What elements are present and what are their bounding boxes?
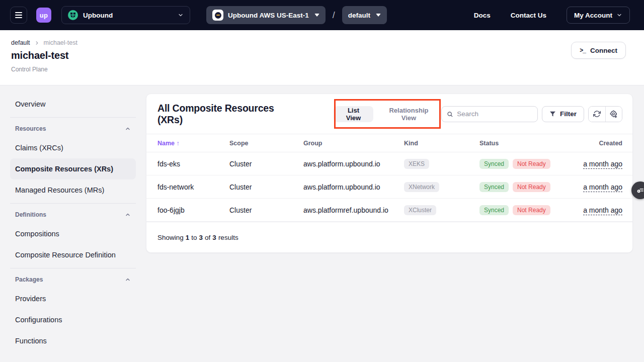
space-selector-label: Upbound AWS US-East-1 (228, 12, 309, 19)
sidebar-section-label: Definitions (15, 211, 46, 218)
sidebar-item-composite-resources-xrs[interactable]: Composite Resources (XRs) (10, 158, 136, 179)
sidebar-section-definitions[interactable]: Definitions (10, 206, 136, 223)
results-summary: Showing 1 to 3 of 3 results (146, 222, 632, 252)
chevron-down-icon (178, 12, 184, 18)
cell-scope: Cluster (229, 160, 303, 168)
sidebar-item-compositions[interactable]: Compositions (10, 223, 136, 244)
caret-down-icon (314, 14, 319, 17)
chevron-down-icon (616, 12, 622, 18)
sidebar-item-overview[interactable]: Overview (10, 94, 136, 115)
results-to: 3 (199, 234, 203, 241)
sidebar-section-resources[interactable]: Resources (10, 120, 136, 137)
content-area: Overview Resources Claims (XRCs) Composi… (0, 85, 644, 351)
connect-button[interactable]: >_ Connect (571, 42, 626, 59)
chevron-right-icon (34, 40, 40, 46)
cell-group: aws.platform.upbound.io (303, 160, 404, 168)
card-title: All Composite Resources (XRs) (157, 103, 292, 126)
auto-run-button[interactable] (605, 107, 622, 122)
created-timestamp: a month ago (583, 206, 622, 215)
filter-button-label: Filter (560, 110, 577, 118)
status-badge-synced: Synced (479, 182, 509, 192)
sidebar-item-providers[interactable]: Providers (10, 288, 136, 309)
upbound-org-icon (68, 10, 78, 20)
space-icon (212, 10, 223, 21)
hamburger-icon (15, 12, 22, 13)
breadcrumb-slash: / (333, 10, 335, 21)
chevron-up-icon (125, 277, 131, 283)
column-header-name[interactable]: Name ↑ (157, 140, 229, 147)
chevron-up-icon (125, 212, 131, 218)
kind-badge: XCluster (404, 205, 436, 215)
table-header: Name ↑ Scope Group Kind Status Created (146, 134, 632, 152)
status-badge-synced: Synced (479, 205, 509, 215)
list-view-tab[interactable]: List View (334, 106, 373, 122)
page-title: michael-test (11, 50, 77, 61)
my-account-button[interactable]: My Account (567, 7, 630, 24)
search-box (441, 106, 538, 122)
cell-name[interactable]: foo-6jgjb (157, 206, 229, 214)
connect-button-label: Connect (590, 47, 617, 54)
sidebar-section-label: Packages (15, 276, 43, 283)
upbound-logo[interactable]: up (36, 8, 51, 23)
group-selector[interactable]: default (342, 6, 387, 24)
sidebar-item-functions[interactable]: Functions (10, 330, 136, 351)
results-from: 1 (186, 234, 190, 241)
docs-link[interactable]: Docs (474, 12, 491, 19)
toolbar: Filter (441, 106, 622, 122)
page-header: default michael-test michael-test Contro… (0, 30, 644, 85)
sidebar-item-configurations[interactable]: Configurations (10, 309, 136, 330)
refresh-icon (593, 110, 601, 118)
cell-name[interactable]: fds-eks (157, 160, 229, 168)
kind-badge: XNetwork (404, 182, 439, 192)
sidebar-item-managed-resources-mrs[interactable]: Managed Resources (MRs) (10, 179, 136, 201)
column-header-scope[interactable]: Scope (229, 140, 303, 147)
status-badge-not-ready: Not Ready (513, 159, 550, 169)
sidebar-item-claims-xrcs[interactable]: Claims (XRCs) (10, 137, 136, 158)
cell-name[interactable]: fds-network (157, 183, 229, 191)
column-header-created[interactable]: Created (573, 140, 622, 147)
sidebar-divider (10, 117, 136, 118)
navbar-links: Docs Contact Us My Account (474, 7, 630, 24)
search-icon (447, 111, 453, 118)
column-header-group[interactable]: Group (303, 140, 404, 147)
caret-down-icon (376, 14, 381, 17)
org-selector[interactable]: Upbound (61, 6, 190, 24)
created-timestamp: a month ago (583, 183, 622, 192)
cell-group: aws.platformref.upbound.io (303, 206, 404, 214)
cell-scope: Cluster (229, 206, 303, 214)
sort-asc-icon: ↑ (177, 140, 180, 147)
table-row[interactable]: fds-eks Cluster aws.platform.upbound.io … (146, 152, 632, 175)
breadcrumb-parent[interactable]: default (11, 39, 30, 46)
cell-scope: Cluster (229, 183, 303, 191)
sidebar-item-composite-resource-definition[interactable]: Composite Resource Definition (10, 244, 136, 265)
sidebar-divider (10, 203, 136, 204)
table-row[interactable]: fds-network Cluster aws.platform.upbound… (146, 175, 632, 199)
top-navbar: up Upbound Upbound AWS US-East-1 / defau… (0, 0, 644, 30)
main-card: All Composite Resources (XRs) List View … (146, 94, 633, 253)
contact-us-link[interactable]: Contact Us (511, 12, 546, 19)
status-badge-synced: Synced (479, 159, 509, 169)
table-actions (588, 106, 622, 122)
my-account-label: My Account (574, 12, 612, 19)
filter-funnel-icon (549, 111, 556, 117)
sidebar-divider (10, 268, 136, 268)
refresh-button[interactable] (589, 107, 605, 122)
cell-group: aws.platform.upbound.io (303, 183, 404, 191)
table-row[interactable]: foo-6jgjb Cluster aws.platformref.upboun… (146, 199, 632, 222)
breadcrumb-current: michael-test (44, 39, 77, 46)
filter-button[interactable]: Filter (542, 106, 584, 122)
column-header-kind[interactable]: Kind (404, 140, 479, 147)
view-toggle: List View Relationship View (334, 106, 441, 122)
sidebar-section-label: Resources (15, 125, 46, 132)
status-badge-not-ready: Not Ready (513, 205, 550, 215)
hamburger-menu-button[interactable] (10, 7, 27, 24)
kind-badge: XEKS (404, 159, 429, 169)
relationship-view-tab[interactable]: Relationship View (376, 106, 441, 122)
space-selector[interactable]: Upbound AWS US-East-1 (206, 6, 326, 24)
org-selector-label: Upbound (83, 12, 113, 19)
sidebar-section-packages[interactable]: Packages (10, 271, 136, 288)
chevron-up-icon (125, 126, 131, 132)
search-input[interactable] (457, 110, 532, 118)
breadcrumb: default michael-test (11, 39, 77, 46)
column-header-status[interactable]: Status (479, 140, 573, 147)
